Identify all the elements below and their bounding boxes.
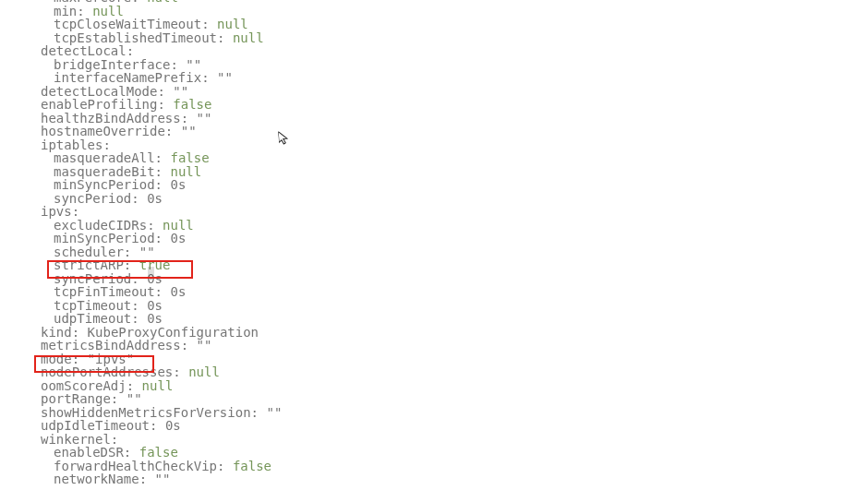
yaml-line: syncPeriod: 0s xyxy=(0,272,282,286)
yaml-line: enableProfiling: false xyxy=(0,98,282,112)
yaml-line: min: null xyxy=(0,5,282,18)
yaml-line: tcpCloseWaitTimeout: null xyxy=(0,18,282,31)
yaml-line: detectLocalMode: "" xyxy=(0,85,282,99)
colon: : xyxy=(201,70,209,85)
yaml-line: networkName: "" xyxy=(0,472,282,486)
yaml-line: metricsBindAddress: "" xyxy=(0,339,282,353)
yaml-line: winkernel: xyxy=(0,433,282,447)
colon: : xyxy=(217,459,224,473)
yaml-line: udpIdleTimeout: 0s xyxy=(0,419,282,433)
yaml-value: "" xyxy=(197,111,212,125)
yaml-value: 0s xyxy=(170,231,186,245)
yaml-line: ipvs: xyxy=(0,205,282,219)
yaml-line: detectLocal: xyxy=(0,44,282,58)
yaml-line: interfaceNamePrefix: "" xyxy=(0,71,282,85)
yaml-line: tcpTimeout: 0s xyxy=(0,299,282,313)
yaml-line: oomScoreAdj: null xyxy=(0,379,282,393)
colon: : xyxy=(131,191,139,206)
yaml-line: excludeCIDRs: null xyxy=(0,219,282,233)
yaml-line: bridgeInterface: "" xyxy=(0,58,282,72)
yaml-line: minSyncPeriod: 0s xyxy=(0,232,282,245)
yaml-value: "" xyxy=(266,405,282,420)
yaml-value: 0s xyxy=(170,284,186,299)
yaml-line: minSyncPeriod: 0s xyxy=(0,178,282,192)
colon: : xyxy=(150,418,157,433)
yaml-line: iptables: xyxy=(0,138,282,152)
yaml-value: "" xyxy=(155,472,171,486)
yaml-line: kind: KubeProxyConfiguration xyxy=(0,326,282,340)
yaml-value: 0s xyxy=(170,177,186,192)
colon: : xyxy=(217,30,224,45)
yaml-value: null xyxy=(142,378,174,393)
yaml-line: hostnameOverride: "" xyxy=(0,125,282,138)
yaml-value: "" xyxy=(197,338,212,353)
yaml-value: "" xyxy=(217,70,233,85)
yaml-line: scheduler: "" xyxy=(0,245,282,259)
yaml-line: syncPeriod: 0s xyxy=(0,192,282,206)
yaml-line: mode: "ipvs" xyxy=(0,353,282,366)
colon: : xyxy=(139,472,147,486)
yaml-code[interactable]: maxPerCore: nullmin: nulltcpCloseWaitTim… xyxy=(0,0,282,486)
yaml-line: masqueradeBit: null xyxy=(0,165,282,179)
yaml-value: null xyxy=(233,30,264,45)
colon: : xyxy=(181,338,188,353)
yaml-line: strictARP: true xyxy=(0,258,282,272)
yaml-value: 0s xyxy=(147,191,163,206)
colon: : xyxy=(173,365,180,379)
yaml-line: nodePortAddresses: null xyxy=(0,365,282,379)
colon: : xyxy=(251,405,259,420)
yaml-line: healthzBindAddress: "" xyxy=(0,112,282,125)
yaml-line: udpTimeout: 0s xyxy=(0,312,282,326)
colon: : xyxy=(155,231,163,245)
yaml-line: showHiddenMetricsForVersion: "" xyxy=(0,406,282,420)
yaml-value: 0s xyxy=(165,418,181,433)
yaml-value: "" xyxy=(181,124,197,138)
yaml-line: portRange: "" xyxy=(0,392,282,406)
yaml-line: tcpFinTimeout: 0s xyxy=(0,285,282,299)
yaml-line: tcpEstablishedTimeout: null xyxy=(0,31,282,45)
yaml-line: masqueradeAll: false xyxy=(0,151,282,165)
yaml-line: enableDSR: false xyxy=(0,446,282,460)
yaml-value: null xyxy=(188,365,220,379)
yaml-key: networkName xyxy=(54,472,139,486)
yaml-line: forwardHealthCheckVip: false xyxy=(0,460,282,473)
colon: : xyxy=(165,124,173,138)
yaml-value: false xyxy=(233,459,271,473)
